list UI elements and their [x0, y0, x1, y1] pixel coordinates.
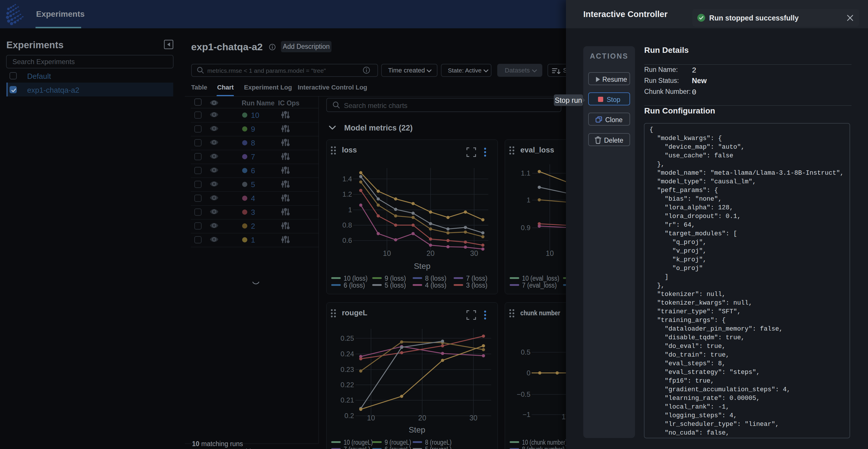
svg-text:10 (loss): 10 (loss)	[344, 275, 368, 282]
svg-text:8 (loss): 8 (loss)	[425, 275, 446, 282]
svg-text:0.21: 0.21	[340, 396, 354, 404]
svg-text:0.24: 0.24	[340, 350, 354, 358]
svg-text:Step: Step	[414, 262, 431, 270]
svg-text:−1: −1	[523, 411, 530, 418]
svg-text:1.4: 1.4	[342, 175, 352, 183]
svg-text:6 (rougeL): 6 (rougeL)	[384, 446, 411, 449]
svg-text:9 (loss): 9 (loss)	[384, 275, 406, 282]
svg-text:eval_loss: eval_loss	[520, 146, 554, 154]
svg-text:0.8: 0.8	[342, 221, 352, 229]
svg-text:10 (eval_loss): 10 (eval_loss)	[522, 275, 559, 282]
svg-text:1: 1	[562, 413, 566, 421]
svg-text:0.9: 0.9	[521, 224, 530, 232]
svg-text:4 (loss): 4 (loss)	[425, 282, 446, 289]
svg-text:7 (loss): 7 (loss)	[466, 275, 488, 282]
svg-text:0.23: 0.23	[340, 365, 354, 373]
svg-text:6 (loss): 6 (loss)	[344, 282, 365, 289]
svg-text:10: 10	[383, 249, 391, 257]
svg-text:8 (chunk number): 8 (chunk number)	[522, 446, 564, 449]
svg-text:10: 10	[367, 414, 375, 422]
svg-text:10: 10	[546, 249, 554, 257]
svg-text:Step: Step	[409, 425, 425, 434]
svg-text:0.2: 0.2	[344, 412, 354, 420]
svg-text:20: 20	[418, 414, 426, 422]
svg-text:10 (chunk number): 10 (chunk number)	[522, 439, 567, 446]
svg-text:30: 30	[470, 249, 478, 257]
svg-text:0: 0	[527, 369, 530, 377]
svg-text:loss: loss	[342, 146, 357, 154]
svg-text:5 (rougeL): 5 (rougeL)	[425, 446, 452, 449]
svg-text:1.1: 1.1	[521, 169, 530, 177]
svg-text:3 (loss): 3 (loss)	[466, 282, 488, 289]
svg-text:9 (rougeL): 9 (rougeL)	[384, 439, 411, 446]
svg-text:8 (rougeL): 8 (rougeL)	[425, 439, 452, 446]
svg-text:0.25: 0.25	[340, 334, 354, 342]
svg-text:7 (rougeL): 7 (rougeL)	[344, 446, 370, 449]
svg-text:1: 1	[527, 196, 530, 204]
svg-text:rougeL: rougeL	[342, 309, 367, 317]
svg-text:0.5: 0.5	[521, 348, 530, 356]
svg-text:1: 1	[348, 206, 352, 214]
svg-text:0.22: 0.22	[340, 381, 354, 389]
svg-text:20: 20	[427, 249, 435, 257]
svg-text:1.2: 1.2	[342, 190, 352, 198]
svg-text:5 (loss): 5 (loss)	[384, 282, 406, 289]
svg-text:0.6: 0.6	[342, 236, 352, 244]
svg-text:10 (rougeL): 10 (rougeL)	[344, 439, 373, 446]
svg-text:−0.5: −0.5	[517, 390, 530, 398]
svg-text:chunk number: chunk number	[520, 309, 560, 317]
svg-text:30: 30	[469, 414, 477, 422]
svg-text:7 (eval_loss): 7 (eval_loss)	[522, 282, 557, 289]
